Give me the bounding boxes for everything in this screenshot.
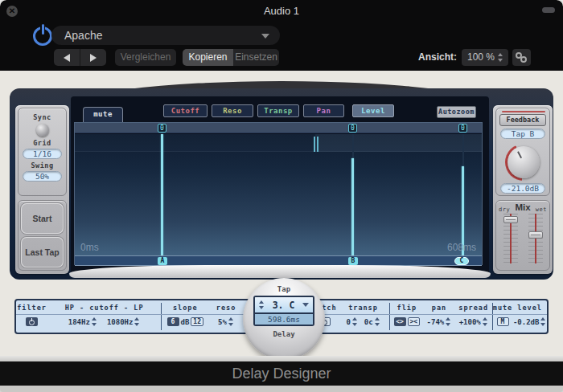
lp-cutoff-field[interactable]: 1080Hz bbox=[107, 318, 134, 326]
view-label: Ansicht: bbox=[418, 51, 457, 63]
tap-a-marker[interactable]: A bbox=[158, 257, 167, 265]
transp-cent-field[interactable]: 0c bbox=[364, 318, 373, 326]
arrow-left-icon bbox=[64, 54, 70, 62]
reso-field[interactable]: 5% bbox=[218, 318, 227, 326]
power-icon bbox=[28, 318, 35, 325]
feedback-amount-field[interactable]: -21.0dB bbox=[500, 183, 545, 194]
chevron-down-icon bbox=[261, 34, 269, 39]
tap-c-marker-selected[interactable]: C bbox=[454, 257, 469, 265]
tap-label: Tap bbox=[277, 285, 290, 293]
mute-button[interactable]: M bbox=[497, 317, 509, 326]
autozoom-button[interactable]: Autozoom bbox=[437, 106, 476, 118]
footer-bottom-trim bbox=[0, 386, 563, 392]
start-button[interactable]: Start bbox=[21, 203, 64, 234]
stepper-icon[interactable] bbox=[375, 317, 380, 326]
footer-trim bbox=[0, 356, 563, 361]
view-zoom-select[interactable]: 100 % bbox=[462, 49, 508, 66]
pan-label: pan bbox=[432, 304, 446, 312]
stepper-icon[interactable] bbox=[228, 317, 234, 326]
tap-b-marker[interactable]: B bbox=[348, 257, 358, 265]
spread-label: spread bbox=[458, 304, 488, 312]
tab-reso[interactable]: Reso bbox=[212, 104, 253, 117]
plugin-window: ✕ Audio 1 Apache Vergleichen Kopieren Ei… bbox=[0, 0, 563, 392]
level-field[interactable]: -0.2dB bbox=[513, 318, 540, 326]
stepper-icon[interactable] bbox=[92, 317, 97, 326]
sync-toggle-button[interactable] bbox=[36, 124, 49, 137]
spread-field[interactable]: +100% bbox=[459, 318, 481, 326]
mini-tap-tick bbox=[317, 137, 318, 152]
delay-label: Delay bbox=[273, 330, 294, 338]
tap-a-level-bar[interactable] bbox=[161, 134, 163, 255]
mini-tap-tick bbox=[314, 137, 315, 152]
reso-label: reso bbox=[216, 304, 236, 312]
prev-preset-button[interactable] bbox=[54, 49, 80, 66]
tap-selector: 3. C 598.6ms bbox=[253, 296, 314, 326]
filter-power-button[interactable] bbox=[26, 317, 38, 326]
next-preset-button[interactable] bbox=[80, 49, 106, 66]
swing-label: Swing bbox=[18, 161, 66, 169]
wet-slider-handle[interactable] bbox=[528, 231, 543, 239]
stepper-icon[interactable] bbox=[259, 300, 265, 309]
window-title: Audio 1 bbox=[0, 5, 563, 17]
tap-b-zero-flag[interactable]: 0 bbox=[348, 124, 357, 133]
selected-tap: 3. C bbox=[265, 300, 302, 311]
tap-c-zero-flag[interactable]: 0 bbox=[458, 124, 467, 133]
preset-dropdown[interactable]: Apache bbox=[51, 26, 280, 45]
dry-slider[interactable] bbox=[503, 214, 518, 263]
feedback-group: Feedback Tap B -21.0dB bbox=[495, 108, 550, 196]
tab-cutoff[interactable]: Cutoff bbox=[163, 104, 208, 117]
wet-slider[interactable] bbox=[528, 214, 543, 263]
swing-value-field[interactable]: 50% bbox=[23, 171, 62, 182]
feedback-button[interactable]: Feedback bbox=[499, 114, 546, 126]
tab-transp[interactable]: Transp bbox=[257, 104, 299, 117]
window-widget-icon[interactable] bbox=[542, 7, 555, 13]
compare-button[interactable]: Vergleichen bbox=[115, 49, 176, 66]
paste-button[interactable]: Einsetzen bbox=[233, 49, 279, 66]
dry-slider-handle[interactable] bbox=[503, 216, 518, 223]
pan-field[interactable]: -74% bbox=[427, 318, 445, 326]
stepper-icon[interactable] bbox=[540, 317, 546, 326]
tap-a-zero-flag[interactable]: 0 bbox=[158, 124, 166, 133]
sync-panel: Sync Grid 1/16 Swing 50% Start Last Tap bbox=[15, 105, 69, 274]
tap-display: mute Cutoff Reso Transp Pan Level Autozo… bbox=[71, 96, 489, 275]
tap-entry-group: Start Last Tap bbox=[18, 200, 67, 271]
stepper-icon[interactable] bbox=[134, 317, 140, 326]
last-tap-button[interactable]: Last Tap bbox=[21, 237, 64, 267]
slope-6db-button[interactable]: 6 bbox=[167, 317, 179, 326]
tab-mute[interactable]: mute bbox=[83, 107, 123, 122]
hp-cutoff-field[interactable]: 184Hz bbox=[68, 318, 90, 326]
stepper-icon[interactable] bbox=[446, 317, 451, 326]
chain-link-icon bbox=[516, 52, 527, 63]
window-header: ✕ Audio 1 Apache Vergleichen Kopieren Ei… bbox=[0, 0, 563, 71]
tap-b-level-bar[interactable] bbox=[351, 158, 354, 255]
cutoff-label: HP - cutoff - LP bbox=[65, 304, 144, 312]
preset-name: Apache bbox=[64, 29, 102, 42]
preset-nav bbox=[54, 49, 106, 66]
feedback-tap-select[interactable]: Tap B bbox=[500, 129, 545, 139]
flip-inverted-button[interactable]: >< bbox=[408, 317, 421, 326]
tab-pan[interactable]: Pan bbox=[303, 104, 344, 117]
tap-delay-time-field[interactable]: 598.6ms bbox=[255, 312, 313, 325]
tap-zero-strip: 0 0 0 bbox=[75, 123, 482, 133]
bezel-arc-bottom bbox=[69, 265, 491, 278]
copy-button[interactable]: Kopieren bbox=[183, 49, 233, 66]
slope-unit: dB bbox=[181, 318, 190, 326]
tab-level[interactable]: Level bbox=[352, 104, 394, 117]
stepper-icon[interactable] bbox=[483, 317, 488, 326]
slope-12db-button[interactable]: 12 bbox=[191, 317, 203, 326]
tap-screen: 0 0 0 0ms 608ms A B C bbox=[74, 122, 483, 265]
stepper-icon[interactable] bbox=[352, 317, 358, 326]
link-button[interactable] bbox=[512, 49, 531, 66]
grid-value-field[interactable]: 1/16 bbox=[23, 149, 62, 159]
feedback-mix-panel: Feedback Tap B -21.0dB dry Mix wet bbox=[493, 105, 553, 274]
flip-normal-button[interactable]: <> bbox=[394, 317, 406, 326]
tap-select-dropdown[interactable]: 3. C bbox=[255, 297, 313, 312]
sync-group: Sync Grid 1/16 Swing 50% bbox=[18, 108, 67, 196]
feedback-indicator bbox=[502, 111, 545, 112]
arrow-right-icon bbox=[90, 54, 97, 62]
mute-label: mute bbox=[493, 304, 512, 312]
stepper-icon[interactable] bbox=[498, 53, 503, 62]
transp-semi-field[interactable]: 0 bbox=[346, 318, 350, 326]
view-zoom-value: 100 % bbox=[467, 51, 495, 63]
feedback-knob[interactable] bbox=[505, 144, 542, 181]
